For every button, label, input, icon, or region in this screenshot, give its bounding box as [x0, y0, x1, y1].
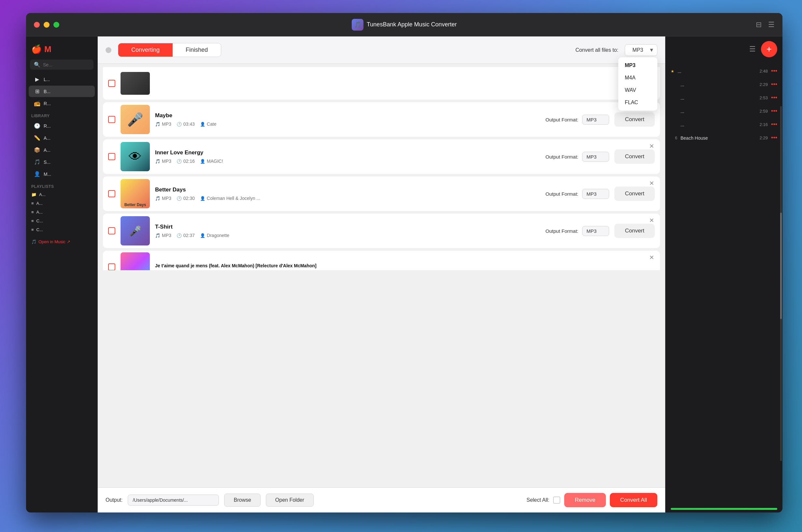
output-format-select-maybe[interactable]: MP3M4AWAVFLAC — [582, 115, 609, 125]
select-all-area: Select All: Remove Convert All — [526, 493, 657, 507]
song-artwork-t-shirt: 🎤 — [120, 216, 150, 246]
output-format-select-t-shirt[interactable]: MP3M4AWAVFLAC — [582, 226, 609, 236]
close-song-bottom[interactable]: ✕ — [647, 254, 656, 261]
list-item[interactable]: ★ ... 2:48 ••• — [666, 64, 782, 78]
song-checkbox[interactable] — [103, 80, 120, 87]
sidebar-item-artists[interactable]: ✏️ A... — [29, 132, 95, 144]
sidebar-item-listen-now[interactable]: ▶ L... — [29, 74, 95, 85]
output-format-label: Output Format: — [546, 117, 579, 122]
list-item-title: Beach House — [680, 135, 757, 141]
sidebar-item-made-for-you[interactable]: 👤 M... — [29, 168, 95, 180]
checkbox-icon[interactable] — [108, 153, 115, 160]
song-checkbox-better-days[interactable] — [103, 190, 120, 197]
convert-button-inner-love[interactable]: Convert — [614, 149, 655, 164]
open-folder-button[interactable]: Open Folder — [266, 494, 314, 507]
remove-button[interactable]: Remove — [564, 493, 605, 507]
playlist-list-icon: ≡ — [31, 210, 34, 214]
song-checkbox-bottom[interactable] — [103, 263, 120, 270]
list-item-title: ... — [680, 109, 757, 114]
add-to-playlist-button[interactable]: + — [761, 41, 777, 57]
maximize-button[interactable] — [53, 22, 59, 28]
songs-icon: 🎵 — [34, 159, 40, 165]
song-duration-meta: 🕐 02:16 — [176, 158, 195, 164]
checkbox-icon[interactable] — [108, 263, 115, 270]
sidebar-playlist-c2[interactable]: ≡ C... — [26, 225, 97, 234]
output-label: Output: — [106, 497, 123, 503]
tab-converting[interactable]: Converting — [118, 43, 173, 57]
close-button[interactable] — [34, 22, 40, 28]
checkbox-icon[interactable] — [108, 227, 115, 234]
song-checkbox-t-shirt[interactable] — [103, 227, 120, 234]
sidebar-item-label: S... — [44, 159, 51, 165]
minimize-button[interactable] — [44, 22, 50, 28]
titlebar-right: ⊟ ☰ — [756, 20, 775, 29]
select-all-checkbox[interactable] — [553, 496, 560, 504]
more-options-icon[interactable]: ••• — [771, 121, 777, 128]
close-song-better-days[interactable]: ✕ — [647, 180, 656, 187]
close-song-t-shirt[interactable]: ✕ — [647, 217, 656, 224]
open-in-music-link[interactable]: 🎵 Open in Music ↗ — [26, 234, 97, 249]
star-icon: ★ — [671, 69, 674, 74]
convert-button-better-days[interactable]: Convert — [614, 187, 655, 201]
list-item[interactable]: ... 2:53 ••• — [666, 91, 782, 104]
format-option-mp3[interactable]: MP3 — [618, 59, 657, 72]
sidebar-playlist-a3[interactable]: ≡ A... — [26, 208, 97, 216]
sidebar-playlist-c1[interactable]: ≡ C... — [26, 216, 97, 225]
sidebar-item-browse[interactable]: ⊞ B... — [29, 86, 95, 97]
list-item[interactable]: ... 2:16 ••• — [666, 118, 782, 131]
more-options-icon[interactable]: ••• — [771, 94, 777, 101]
list-item[interactable]: ... 2:59 ••• — [666, 104, 782, 118]
more-options-icon[interactable]: ••• — [771, 134, 777, 141]
song-checkbox-maybe[interactable] — [103, 116, 120, 123]
sidebar-item-albums[interactable]: 📦 A... — [29, 144, 95, 156]
sidebar-item-recently-added[interactable]: 🕐 R... — [29, 120, 95, 132]
output-format-select-better-days[interactable]: MP3M4AWAVFLAC — [582, 189, 609, 199]
convert-all-button[interactable]: Convert All — [610, 493, 657, 507]
list-item-duration: 2:48 — [760, 69, 768, 74]
format-select-button[interactable]: MP3 — [625, 44, 657, 56]
checkbox-icon[interactable] — [108, 190, 115, 197]
song-info-inner-love: Inner Love Energy 🎵 MP3 🕐 02:16 — [150, 146, 546, 168]
more-options-icon[interactable]: ••• — [771, 108, 777, 115]
music-file-icon: 🎵 — [155, 122, 160, 127]
sidebar-search-box[interactable]: 🔍 — [30, 60, 93, 70]
person-icon: 👤 — [200, 196, 205, 201]
list-item-duration: 2:59 — [760, 109, 768, 114]
convert-button-t-shirt[interactable]: Convert — [614, 224, 655, 238]
more-options-icon[interactable]: ••• — [771, 68, 777, 75]
format-option-flac[interactable]: FLAC — [618, 96, 657, 109]
browse-button[interactable]: Browse — [224, 494, 260, 507]
sidebar-item-radio[interactable]: 📻 R... — [29, 98, 95, 109]
song-artwork-better-days: Better Days — [120, 179, 150, 208]
sidebar-playlist-a1[interactable]: 📁 A... — [26, 190, 97, 199]
search-input[interactable] — [43, 62, 90, 68]
albums-icon: 📦 — [34, 147, 40, 153]
convert-button-maybe[interactable]: Convert — [614, 112, 655, 127]
list-item-duration: 2:29 — [760, 82, 768, 87]
more-options-icon[interactable]: ••• — [771, 81, 777, 88]
checkbox-icon[interactable] — [108, 80, 115, 87]
scrollbar-track[interactable] — [780, 106, 782, 461]
playlist-list-icon[interactable]: ☰ — [749, 45, 756, 53]
sidebar-item-songs[interactable]: 🎵 S... — [29, 156, 95, 168]
close-song-inner-love[interactable]: ✕ — [647, 142, 656, 150]
song-checkbox-inner-love[interactable] — [103, 153, 120, 160]
song-format-area-maybe: Output Format: MP3M4AWAVFLAC — [546, 115, 615, 125]
format-option-wav[interactable]: WAV — [618, 84, 657, 96]
checkbox-icon[interactable] — [108, 116, 115, 123]
playlist-list-icon: ≡ — [31, 218, 34, 223]
list-item[interactable]: 6 Beach House 2:29 ••• — [666, 131, 782, 145]
apple-logo-icon: 🍎 — [31, 44, 42, 54]
list-item-title: ... — [680, 82, 757, 87]
output-format-select-inner-love[interactable]: MP3M4AWAVFLAC — [582, 152, 609, 162]
scrollbar-thumb[interactable] — [780, 213, 782, 319]
list-item[interactable]: ... 2:29 ••• — [666, 78, 782, 91]
sidebar-playlist-a2[interactable]: ≡ A... — [26, 199, 97, 208]
song-format-meta: 🎵 MP3 — [155, 196, 171, 201]
playlist-icon[interactable]: ⊟ — [756, 20, 762, 29]
tab-group: Converting Finished — [118, 43, 221, 57]
song-item-truncated-bottom: ✕ Je t'aime quand je mens (feat. Alex Mc… — [103, 251, 660, 283]
menu-icon[interactable]: ☰ — [768, 20, 775, 29]
tab-finished[interactable]: Finished — [173, 43, 221, 57]
format-option-m4a[interactable]: M4A — [618, 72, 657, 84]
